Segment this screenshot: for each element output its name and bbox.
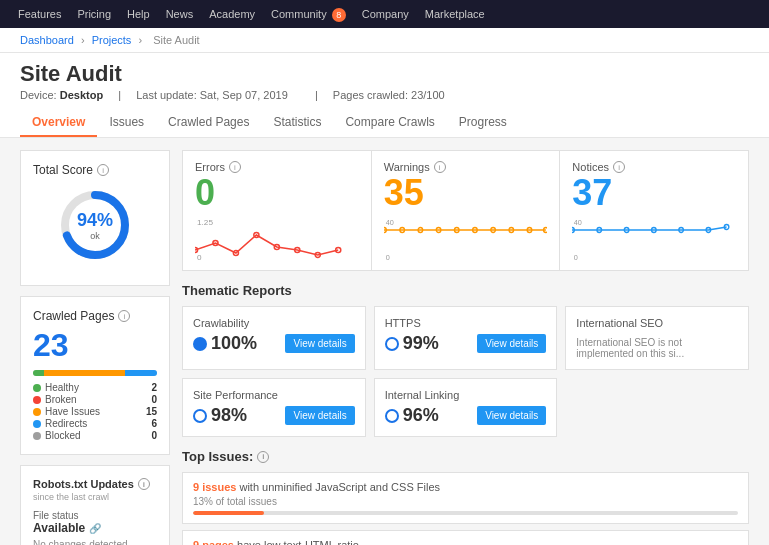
issues-info-icon[interactable]: i	[257, 451, 269, 463]
community-badge: 8	[332, 8, 346, 22]
warnings-value: 35	[384, 175, 548, 211]
report-crawlability-title: Crawlability	[193, 317, 355, 329]
issue-text-1: 9 pages have low text-HTML ratio	[193, 539, 738, 545]
score-label: ok	[77, 231, 113, 241]
breadcrumb-dashboard[interactable]: Dashboard	[20, 34, 74, 46]
crawled-title: Crawled Pages i	[33, 309, 157, 323]
file-link-icon[interactable]: 🔗	[89, 523, 101, 534]
blocked-dot	[33, 432, 41, 440]
notices-value: 37	[572, 175, 736, 211]
legend-blocked: Blocked 0	[33, 430, 157, 441]
donut-chart-container: 94% ok	[33, 185, 157, 265]
top-navigation: Features Pricing Help News Academy Commu…	[0, 0, 769, 28]
warnings-sparkline: 40 0	[384, 215, 548, 260]
score-info-icon[interactable]: i	[97, 164, 109, 176]
tab-overview[interactable]: Overview	[20, 109, 97, 137]
report-https-score: 99%	[385, 333, 439, 354]
nav-features[interactable]: Features	[10, 0, 69, 28]
report-performance-score: 98%	[193, 405, 247, 426]
file-status-label: File status	[33, 510, 157, 521]
nav-company[interactable]: Company	[354, 0, 417, 28]
robots-info-icon[interactable]: i	[138, 478, 150, 490]
internal-linking-view-details[interactable]: View details	[477, 406, 546, 425]
notices-metric: Notices i 37	[560, 151, 748, 270]
performance-view-details[interactable]: View details	[285, 406, 354, 425]
tab-issues[interactable]: Issues	[97, 109, 156, 137]
tab-crawled-pages[interactable]: Crawled Pages	[156, 109, 261, 137]
nav-academy[interactable]: Academy	[201, 0, 263, 28]
legend-healthy: Healthy 2	[33, 382, 157, 393]
issue-item-0: 9 issues with unminified JavaScript and …	[182, 472, 749, 524]
pages-crawled: Pages crawled: 23/100	[333, 89, 445, 101]
cards-row: Total Score i 94% ok	[20, 150, 749, 545]
robots-card: Robots.txt Updates i since the last craw…	[20, 465, 170, 545]
https-view-details[interactable]: View details	[477, 334, 546, 353]
robots-title: Robots.txt Updates i	[33, 478, 157, 490]
errors-title: Errors i	[195, 161, 359, 173]
thematic-reports-title: Thematic Reports	[182, 283, 749, 298]
crawlability-pct: 100%	[211, 333, 257, 354]
breadcrumb: Dashboard › Projects › Site Audit	[0, 28, 769, 53]
page-title: Site Audit	[20, 61, 749, 87]
internal-linking-pct: 96%	[403, 405, 439, 426]
device-label: Device: Desktop	[20, 89, 103, 101]
svg-text:1.25: 1.25	[197, 218, 213, 227]
nav-marketplace[interactable]: Marketplace	[417, 0, 493, 28]
report-internal-linking: Internal Linking 96% View details	[374, 378, 558, 437]
breadcrumb-projects[interactable]: Projects	[92, 34, 132, 46]
report-internal-linking-title: Internal Linking	[385, 389, 547, 401]
nav-community[interactable]: Community 8	[263, 0, 354, 28]
nav-news[interactable]: News	[158, 0, 202, 28]
internal-linking-circle	[385, 409, 399, 423]
crawled-number: 23	[33, 327, 157, 364]
legend-redirects: Redirects 6	[33, 418, 157, 429]
last-update: Last update: Sat, Sep 07, 2019	[136, 89, 300, 101]
report-internal-linking-score: 96%	[385, 405, 439, 426]
page-tabs: Overview Issues Crawled Pages Statistics…	[20, 109, 749, 137]
no-changes-text: No changes detected	[33, 539, 157, 545]
errors-info-icon[interactable]: i	[229, 161, 241, 173]
redirects-dot	[33, 420, 41, 428]
page-meta: Device: Desktop | Last update: Sat, Sep …	[20, 89, 749, 101]
performance-pct: 98%	[211, 405, 247, 426]
crawled-pages-card: Crawled Pages i 23 Healthy	[20, 296, 170, 455]
report-intl-seo: International SEO International SEO is n…	[565, 306, 749, 370]
report-crawlability-score-row: 100% View details	[193, 333, 355, 354]
donut-text: 94% ok	[77, 210, 113, 241]
errors-value: 0	[195, 175, 359, 211]
legend-broken: Broken 0	[33, 394, 157, 405]
right-panel: Errors i 0	[182, 150, 749, 545]
report-performance: Site Performance 98% View details	[182, 378, 366, 437]
notices-info-icon[interactable]: i	[613, 161, 625, 173]
legend-have-issues: Have Issues 15	[33, 406, 157, 417]
nav-pricing[interactable]: Pricing	[69, 0, 119, 28]
crawled-progress-bar	[33, 370, 157, 376]
issue-item-1: 9 pages have low text-HTML ratio 13% of …	[182, 530, 749, 545]
nav-help[interactable]: Help	[119, 0, 158, 28]
report-crawlability-score: 100%	[193, 333, 257, 354]
report-performance-title: Site Performance	[193, 389, 355, 401]
main-content: Total Score i 94% ok	[0, 138, 769, 545]
crawled-info-icon[interactable]: i	[118, 310, 130, 322]
errors-sparkline: 1.25 0	[195, 215, 359, 260]
report-intl-seo-title: International SEO	[576, 317, 738, 329]
report-intl-seo-note: International SEO is not implemented on …	[576, 333, 738, 359]
crawled-legend: Healthy 2 Broken 0 Hav	[33, 382, 157, 441]
performance-circle	[193, 409, 207, 423]
tab-progress[interactable]: Progress	[447, 109, 519, 137]
svg-text:40: 40	[574, 218, 582, 227]
warnings-info-icon[interactable]: i	[434, 161, 446, 173]
issue-count-0: 9 issues	[193, 481, 236, 493]
issue-pct-0: 13% of total issues	[193, 496, 738, 507]
robots-subtitle: since the last crawl	[33, 492, 157, 502]
crawlability-view-details[interactable]: View details	[285, 334, 354, 353]
errors-metric: Errors i 0	[183, 151, 372, 270]
report-https-title: HTTPS	[385, 317, 547, 329]
svg-text:40: 40	[385, 218, 393, 227]
report-https: HTTPS 99% View details	[374, 306, 558, 370]
tab-statistics[interactable]: Statistics	[261, 109, 333, 137]
tab-compare-crawls[interactable]: Compare Crawls	[333, 109, 446, 137]
top-issues-title: Top Issues: i	[182, 449, 749, 464]
issues-dot	[33, 408, 41, 416]
issue-bar-container-0	[193, 511, 738, 515]
